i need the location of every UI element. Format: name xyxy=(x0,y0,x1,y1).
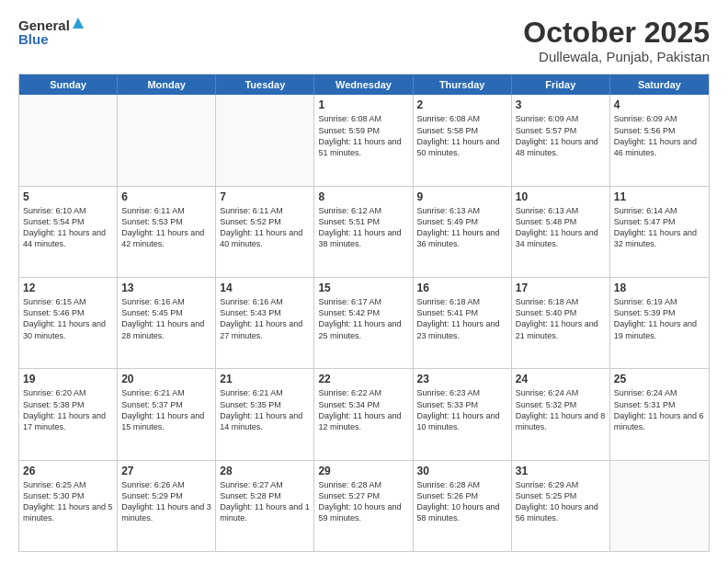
calendar-cell: 2Sunrise: 6:08 AM Sunset: 5:58 PM Daylig… xyxy=(414,95,512,185)
day-number: 22 xyxy=(318,372,408,386)
day-info: Sunrise: 6:24 AM Sunset: 5:31 PM Dayligh… xyxy=(614,387,705,432)
day-number: 5 xyxy=(23,190,113,204)
calendar-cell: 14Sunrise: 6:16 AM Sunset: 5:43 PM Dayli… xyxy=(216,278,314,368)
day-number: 30 xyxy=(417,464,507,478)
day-number: 20 xyxy=(121,372,211,386)
day-number: 12 xyxy=(23,281,113,295)
day-number: 28 xyxy=(220,464,310,478)
calendar-week: 12Sunrise: 6:15 AM Sunset: 5:46 PM Dayli… xyxy=(19,277,709,368)
day-info: Sunrise: 6:18 AM Sunset: 5:40 PM Dayligh… xyxy=(516,296,606,341)
calendar-cell: 9Sunrise: 6:13 AM Sunset: 5:49 PM Daylig… xyxy=(414,187,512,277)
page: General Blue October 2025 Dullewala, Pun… xyxy=(0,0,728,563)
weekday-header: Saturday xyxy=(610,75,709,95)
day-info: Sunrise: 6:22 AM Sunset: 5:34 PM Dayligh… xyxy=(318,387,408,432)
weekday-header: Thursday xyxy=(414,75,512,95)
calendar-cell: 30Sunrise: 6:28 AM Sunset: 5:26 PM Dayli… xyxy=(414,461,512,551)
calendar-cell: 3Sunrise: 6:09 AM Sunset: 5:57 PM Daylig… xyxy=(512,95,610,185)
day-number: 31 xyxy=(516,464,606,478)
calendar-header: SundayMondayTuesdayWednesdayThursdayFrid… xyxy=(19,75,709,95)
day-number: 16 xyxy=(417,281,507,295)
day-info: Sunrise: 6:28 AM Sunset: 5:27 PM Dayligh… xyxy=(318,479,408,524)
calendar-cell: 11Sunrise: 6:14 AM Sunset: 5:47 PM Dayli… xyxy=(610,187,709,277)
day-info: Sunrise: 6:17 AM Sunset: 5:42 PM Dayligh… xyxy=(318,296,408,341)
day-info: Sunrise: 6:08 AM Sunset: 5:58 PM Dayligh… xyxy=(417,113,507,158)
calendar-cell: 23Sunrise: 6:23 AM Sunset: 5:33 PM Dayli… xyxy=(414,369,512,459)
calendar-cell: 29Sunrise: 6:28 AM Sunset: 5:27 PM Dayli… xyxy=(314,461,413,551)
day-info: Sunrise: 6:11 AM Sunset: 5:53 PM Dayligh… xyxy=(121,205,211,250)
day-number: 15 xyxy=(318,281,408,295)
calendar-cell: 13Sunrise: 6:16 AM Sunset: 5:45 PM Dayli… xyxy=(118,278,216,368)
day-number: 27 xyxy=(121,464,211,478)
day-number: 10 xyxy=(516,190,606,204)
calendar-cell: 1Sunrise: 6:08 AM Sunset: 5:59 PM Daylig… xyxy=(314,95,413,185)
day-info: Sunrise: 6:27 AM Sunset: 5:28 PM Dayligh… xyxy=(220,479,310,524)
calendar-cell xyxy=(610,461,709,551)
header: General Blue October 2025 Dullewala, Pun… xyxy=(18,17,710,64)
day-number: 18 xyxy=(614,281,705,295)
day-number: 6 xyxy=(121,190,211,204)
day-info: Sunrise: 6:13 AM Sunset: 5:48 PM Dayligh… xyxy=(516,205,606,250)
calendar-cell: 8Sunrise: 6:12 AM Sunset: 5:51 PM Daylig… xyxy=(314,187,413,277)
calendar-cell: 15Sunrise: 6:17 AM Sunset: 5:42 PM Dayli… xyxy=(314,278,413,368)
calendar-cell: 20Sunrise: 6:21 AM Sunset: 5:37 PM Dayli… xyxy=(118,369,216,459)
day-number: 21 xyxy=(220,372,310,386)
calendar-subtitle: Dullewala, Punjab, Pakistan xyxy=(523,49,710,64)
calendar-cell: 19Sunrise: 6:20 AM Sunset: 5:38 PM Dayli… xyxy=(19,369,118,459)
day-number: 8 xyxy=(318,190,408,204)
calendar-cell: 10Sunrise: 6:13 AM Sunset: 5:48 PM Dayli… xyxy=(512,187,610,277)
day-info: Sunrise: 6:21 AM Sunset: 5:35 PM Dayligh… xyxy=(220,387,310,432)
calendar-cell: 7Sunrise: 6:11 AM Sunset: 5:52 PM Daylig… xyxy=(216,187,314,277)
day-info: Sunrise: 6:24 AM Sunset: 5:32 PM Dayligh… xyxy=(516,387,606,432)
day-number: 24 xyxy=(516,372,606,386)
calendar-cell xyxy=(19,95,118,185)
calendar-cell: 31Sunrise: 6:29 AM Sunset: 5:25 PM Dayli… xyxy=(512,461,610,551)
day-info: Sunrise: 6:14 AM Sunset: 5:47 PM Dayligh… xyxy=(614,205,705,250)
day-number: 7 xyxy=(220,190,310,204)
calendar-week: 19Sunrise: 6:20 AM Sunset: 5:38 PM Dayli… xyxy=(19,368,709,459)
calendar-cell: 12Sunrise: 6:15 AM Sunset: 5:46 PM Dayli… xyxy=(19,278,118,368)
day-number: 26 xyxy=(23,464,113,478)
day-info: Sunrise: 6:21 AM Sunset: 5:37 PM Dayligh… xyxy=(121,387,211,432)
day-info: Sunrise: 6:29 AM Sunset: 5:25 PM Dayligh… xyxy=(516,479,606,524)
calendar-cell: 4Sunrise: 6:09 AM Sunset: 5:56 PM Daylig… xyxy=(610,95,709,185)
svg-marker-0 xyxy=(73,17,84,29)
calendar-cell: 18Sunrise: 6:19 AM Sunset: 5:39 PM Dayli… xyxy=(610,278,709,368)
day-number: 13 xyxy=(121,281,211,295)
calendar-cell xyxy=(118,95,216,185)
weekday-header: Sunday xyxy=(19,75,118,95)
weekday-header: Wednesday xyxy=(314,75,413,95)
day-number: 1 xyxy=(318,98,408,112)
day-number: 23 xyxy=(417,372,507,386)
day-info: Sunrise: 6:11 AM Sunset: 5:52 PM Dayligh… xyxy=(220,205,310,250)
logo-blue: Blue xyxy=(18,31,85,47)
day-number: 19 xyxy=(23,372,113,386)
calendar-cell: 6Sunrise: 6:11 AM Sunset: 5:53 PM Daylig… xyxy=(118,187,216,277)
day-info: Sunrise: 6:26 AM Sunset: 5:29 PM Dayligh… xyxy=(121,479,211,524)
calendar-cell: 24Sunrise: 6:24 AM Sunset: 5:32 PM Dayli… xyxy=(512,369,610,459)
day-number: 11 xyxy=(614,190,705,204)
day-info: Sunrise: 6:13 AM Sunset: 5:49 PM Dayligh… xyxy=(417,205,507,250)
day-number: 3 xyxy=(516,98,606,112)
calendar-cell: 22Sunrise: 6:22 AM Sunset: 5:34 PM Dayli… xyxy=(314,369,413,459)
day-info: Sunrise: 6:10 AM Sunset: 5:54 PM Dayligh… xyxy=(23,205,113,250)
day-number: 25 xyxy=(614,372,705,386)
day-info: Sunrise: 6:09 AM Sunset: 5:57 PM Dayligh… xyxy=(516,113,606,158)
calendar: SundayMondayTuesdayWednesdayThursdayFrid… xyxy=(18,74,710,552)
day-info: Sunrise: 6:25 AM Sunset: 5:30 PM Dayligh… xyxy=(23,479,113,524)
day-info: Sunrise: 6:16 AM Sunset: 5:43 PM Dayligh… xyxy=(220,296,310,341)
calendar-body: 1Sunrise: 6:08 AM Sunset: 5:59 PM Daylig… xyxy=(19,95,709,551)
calendar-cell: 16Sunrise: 6:18 AM Sunset: 5:41 PM Dayli… xyxy=(414,278,512,368)
calendar-cell xyxy=(216,95,314,185)
day-number: 4 xyxy=(614,98,705,112)
day-number: 14 xyxy=(220,281,310,295)
weekday-header: Monday xyxy=(118,75,216,95)
day-info: Sunrise: 6:20 AM Sunset: 5:38 PM Dayligh… xyxy=(23,387,113,432)
calendar-cell: 27Sunrise: 6:26 AM Sunset: 5:29 PM Dayli… xyxy=(118,461,216,551)
day-number: 9 xyxy=(417,190,507,204)
day-number: 17 xyxy=(516,281,606,295)
calendar-week: 1Sunrise: 6:08 AM Sunset: 5:59 PM Daylig… xyxy=(19,95,709,185)
calendar-week: 26Sunrise: 6:25 AM Sunset: 5:30 PM Dayli… xyxy=(19,460,709,551)
day-info: Sunrise: 6:12 AM Sunset: 5:51 PM Dayligh… xyxy=(318,205,408,250)
calendar-title: October 2025 xyxy=(523,17,710,49)
weekday-header: Tuesday xyxy=(216,75,314,95)
